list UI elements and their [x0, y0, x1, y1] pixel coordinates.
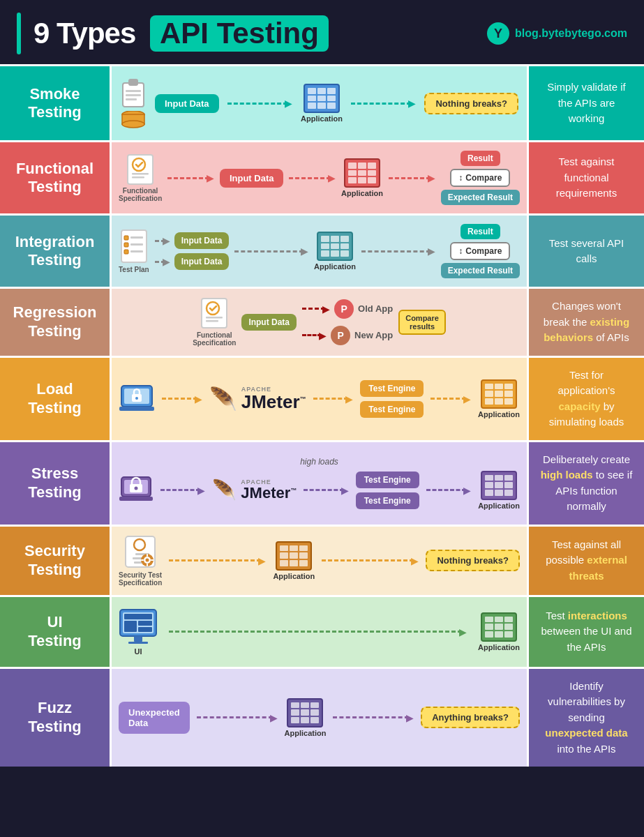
- stress-engine1: Test Engine: [356, 472, 419, 488]
- svg-rect-2: [126, 90, 141, 92]
- smoke-label-cell: SmokeTesting: [0, 66, 112, 142]
- brand-name: blog.bytebytego.com: [515, 27, 627, 40]
- svg-rect-13: [124, 236, 128, 240]
- svg-rect-44: [151, 559, 153, 561]
- smoke-input-box: Input Data: [155, 94, 219, 113]
- stress-jmeter: 🪶 APACHE JMeter™: [212, 478, 297, 502]
- reg-spec-doc: [200, 297, 228, 329]
- svg-rect-22: [206, 320, 218, 322]
- svg-rect-3: [126, 94, 141, 96]
- svg-rect-41: [147, 554, 148, 557]
- security-arrow2: [322, 555, 419, 566]
- smoke-input-area: [120, 77, 147, 129]
- int-arrow4: [361, 246, 435, 257]
- stress-desc-cell: Deliberately create high loads to see if…: [529, 442, 644, 527]
- integration-diagram: Test Plan Input Data Input Data: [112, 216, 529, 289]
- svg-point-40: [146, 558, 149, 561]
- title-prefix: 9 Types: [33, 17, 143, 50]
- int-arrow2: [155, 256, 170, 267]
- security-app-screen: [276, 541, 312, 571]
- svg-rect-42: [147, 564, 148, 566]
- ui-screen-icon: [119, 608, 158, 644]
- fuzz-question-box: Anything breaks?: [421, 707, 520, 728]
- load-desc: Test for application's capacity by simul…: [540, 368, 633, 430]
- stress-jmeter-feather: 🪶: [212, 478, 237, 502]
- ui-icon-area: UI: [119, 608, 158, 656]
- integration-plan-label: Test Plan: [119, 266, 149, 273]
- clipboard-icon: [120, 77, 147, 108]
- svg-rect-14: [130, 236, 143, 239]
- smoke-arrow2: [351, 98, 416, 109]
- fuzz-app-screen: [287, 698, 323, 727]
- smoke-app-icon: Application: [301, 84, 343, 123]
- svg-rect-21: [206, 317, 223, 319]
- test-plan-icon: [120, 229, 148, 264]
- svg-rect-11: [132, 176, 144, 179]
- security-arrow1: [169, 555, 266, 566]
- svg-rect-17: [124, 250, 128, 254]
- stress-app-label: Application: [478, 502, 520, 510]
- ui-arrow: [169, 626, 467, 638]
- stress-engine2: Test Engine: [356, 492, 419, 509]
- svg-rect-52: [128, 642, 148, 644]
- svg-rect-43: [141, 559, 144, 561]
- smoke-app-label: Application: [301, 114, 343, 123]
- functional-app-icon: Application: [341, 158, 383, 197]
- testing-grid: SmokeTesting: [0, 64, 644, 767]
- load-arrow2: [313, 393, 354, 405]
- stress-app-screen: [481, 471, 517, 500]
- load-app-screen: [481, 379, 517, 409]
- fuzz-arrow1: [197, 712, 278, 723]
- smoke-desc-cell: Simply validate if the APIs are working: [529, 66, 644, 142]
- int-compare-box: ↕Compare: [450, 242, 510, 260]
- svg-rect-4: [126, 98, 137, 100]
- smoke-arrow1: [227, 98, 292, 109]
- reg-arrow1: [302, 303, 330, 315]
- ui-diagram: UI Application: [112, 597, 529, 669]
- functional-result-area: Result ↕Compare Expected Result: [441, 151, 520, 205]
- functional-app-label: Application: [341, 189, 383, 197]
- integration-app-screen: [317, 232, 353, 261]
- load-label-cell: LoadTesting: [0, 358, 112, 442]
- svg-rect-30: [119, 497, 153, 501]
- svg-point-27: [135, 397, 138, 400]
- load-app-label: Application: [478, 410, 520, 418]
- regression-arrows: Input Data: [241, 314, 297, 331]
- stress-label: StressTesting: [28, 465, 82, 502]
- stress-engine-stack: Test Engine Test Engine: [356, 472, 419, 509]
- security-diagram: Security TestSpecification Application N…: [112, 527, 529, 597]
- svg-rect-16: [130, 243, 143, 246]
- smoke-diagram: Input Data Application Nothing breaks?: [112, 66, 529, 142]
- functional-spec-icon: FunctionalSpecification: [119, 153, 162, 202]
- func-arrow2: [289, 172, 336, 183]
- svg-rect-15: [124, 243, 128, 247]
- main-container: 9 Types API Testing Y blog.bytebytego.co…: [0, 0, 644, 767]
- header-title: 9 Types API Testing: [17, 13, 329, 54]
- ui-app-icon: Application: [478, 612, 520, 651]
- stress-arrow3: [426, 485, 471, 496]
- load-arrow3: [430, 393, 471, 405]
- title-api-highlight: API Testing: [150, 15, 329, 52]
- security-desc-cell: Test against all possible external threa…: [529, 527, 644, 597]
- security-spec-label: Security TestSpecification: [119, 571, 162, 587]
- stress-label-cell: StressTesting: [0, 442, 112, 527]
- security-app-icon: Application: [273, 541, 315, 580]
- load-jmeter: 🪶 APACHE JMeter™: [209, 386, 306, 412]
- regression-label-cell: RegressionTesting: [0, 289, 112, 358]
- regression-spec-icon: FunctionalSpecification: [193, 297, 236, 347]
- header: 9 Types API Testing Y blog.bytebytego.co…: [0, 0, 644, 64]
- smoke-label: SmokeTesting: [28, 85, 82, 122]
- stress-lock-svg: [119, 472, 153, 506]
- integration-app-icon: Application: [314, 232, 356, 271]
- fuzz-app-label: Application: [285, 729, 327, 737]
- reg-new-pin: P: [331, 326, 350, 345]
- load-app-icon: Application: [478, 379, 520, 418]
- stress-arrow1: [160, 485, 205, 496]
- fuzz-arrow2: [333, 712, 414, 723]
- svg-rect-48: [124, 621, 137, 632]
- load-desc-cell: Test for application's capacity by simul…: [529, 358, 644, 442]
- security-app-label: Application: [273, 572, 315, 580]
- svg-rect-25: [119, 407, 154, 411]
- regression-diagram: FunctionalSpecification Input Data P Old…: [112, 289, 529, 358]
- int-input1: Input Data: [174, 232, 230, 249]
